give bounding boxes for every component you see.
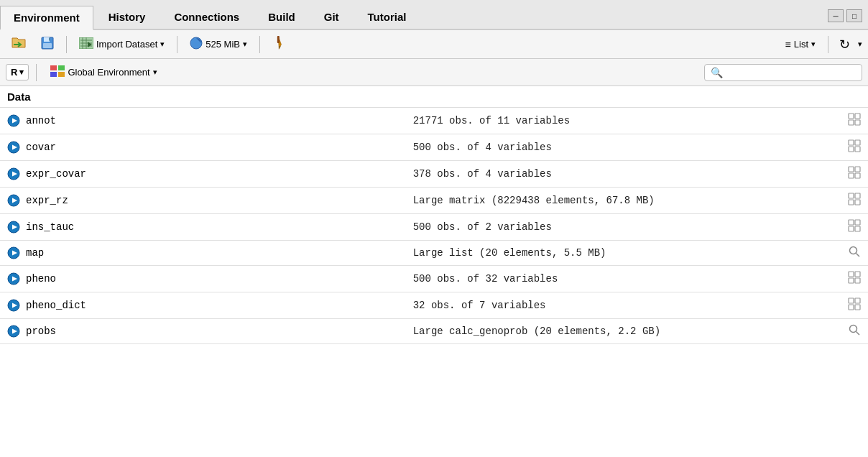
play-icon[interactable] — [7, 221, 20, 234]
grid-icon[interactable] — [848, 195, 861, 208]
memory-button[interactable]: 525 MiB ▾ — [185, 34, 252, 55]
play-icon[interactable] — [7, 272, 20, 285]
table-row: ins_tauc 500 obs. of 2 variables — [0, 214, 868, 241]
row-action-cell[interactable] — [841, 161, 868, 188]
svg-rect-45 — [849, 226, 854, 231]
svg-rect-16 — [58, 72, 65, 77]
svg-rect-32 — [855, 167, 860, 172]
svg-rect-27 — [849, 147, 854, 152]
memory-icon — [190, 37, 203, 52]
row-name-cell: ins_tauc — [0, 214, 406, 241]
grid-icon[interactable] — [848, 222, 861, 234]
svg-point-49 — [850, 247, 857, 254]
refresh-icon: ↻ — [839, 37, 850, 52]
table-row: probs Large calc_genoprob (20 elements, … — [0, 319, 868, 344]
svg-rect-56 — [855, 278, 860, 283]
list-button[interactable]: ≡ List ▾ — [779, 36, 822, 53]
import-dataset-button[interactable]: Import Dataset ▾ — [74, 34, 170, 54]
refresh-button[interactable]: ↻ — [834, 34, 855, 55]
play-icon[interactable] — [7, 325, 20, 338]
row-name: pheno — [26, 273, 56, 285]
open-button[interactable] — [6, 33, 32, 55]
tab-connections[interactable]: Connections — [160, 4, 253, 29]
env-icon — [50, 65, 65, 79]
row-name: map — [26, 247, 44, 259]
row-action-cell[interactable] — [841, 241, 868, 266]
play-icon[interactable] — [7, 141, 20, 154]
svg-rect-33 — [849, 173, 854, 178]
svg-rect-37 — [849, 193, 854, 198]
global-env-dropdown[interactable]: Global Environment ▾ — [44, 63, 163, 82]
table-row: expr_rz Large matrix (8229438 elements, … — [0, 188, 868, 214]
tab-bar: Environment History Connections Build Gi… — [0, 0, 868, 30]
grid-icon[interactable] — [848, 274, 861, 286]
row-name-cell: map — [0, 241, 406, 266]
search-small-icon[interactable] — [849, 326, 860, 338]
row-name-cell: covar — [0, 134, 406, 161]
row-name: covar — [26, 142, 56, 153]
row-action-cell[interactable] — [841, 319, 868, 344]
row-action-cell[interactable] — [841, 214, 868, 241]
svg-rect-59 — [849, 298, 854, 303]
env-label: Global Environment — [68, 67, 149, 78]
save-button[interactable] — [36, 34, 59, 55]
grid-icon[interactable] — [848, 300, 861, 313]
grid-icon[interactable] — [848, 169, 861, 181]
list-lines-icon: ≡ — [785, 39, 791, 50]
svg-rect-40 — [855, 200, 860, 205]
grid-icon[interactable] — [848, 116, 861, 128]
svg-rect-34 — [855, 173, 860, 178]
svg-rect-4 — [49, 37, 50, 40]
tab-environment[interactable]: Environment — [0, 6, 93, 30]
tab-tutorial[interactable]: Tutorial — [354, 4, 420, 29]
play-icon[interactable] — [7, 246, 20, 259]
svg-point-11 — [190, 37, 202, 49]
search-small-icon[interactable] — [849, 247, 860, 259]
grid-icon[interactable] — [848, 142, 861, 154]
row-action-cell[interactable] — [841, 292, 868, 319]
memory-arrow-icon: ▾ — [243, 40, 247, 49]
row-action-cell[interactable] — [841, 108, 868, 134]
separator-1 — [66, 36, 67, 53]
clear-button[interactable] — [267, 32, 292, 56]
table-row: map Large list (20 elements, 5.5 MB) — [0, 241, 868, 266]
maximize-button[interactable]: □ — [846, 9, 862, 22]
svg-rect-15 — [50, 72, 57, 77]
svg-rect-13 — [50, 65, 57, 70]
row-description: Large matrix (8229438 elements, 67.8 MB) — [406, 188, 841, 214]
tab-build[interactable]: Build — [254, 4, 309, 29]
toolbar: Import Dataset ▾ 525 MiB ▾ ≡ List ▾ — [0, 30, 868, 59]
table-row: annot 21771 obs. of 11 variables — [0, 108, 868, 134]
row-description: Large list (20 elements, 5.5 MB) — [406, 241, 841, 266]
import-arrow-icon: ▾ — [160, 40, 165, 49]
svg-rect-53 — [849, 272, 854, 277]
play-icon[interactable] — [7, 194, 20, 207]
row-description: 32 obs. of 7 variables — [406, 292, 841, 319]
search-input[interactable] — [726, 67, 856, 78]
row-description: Large calc_genoprob (20 elements, 2.2 GB… — [406, 319, 841, 344]
minimize-button[interactable]: ─ — [828, 9, 844, 22]
svg-rect-21 — [849, 120, 854, 125]
broom-icon — [269, 33, 290, 56]
list-label: List — [794, 39, 808, 50]
tab-git[interactable]: Git — [310, 4, 353, 29]
tab-history[interactable]: History — [95, 4, 160, 29]
svg-rect-60 — [855, 298, 860, 303]
maximize-icon: □ — [852, 12, 857, 20]
row-action-cell[interactable] — [841, 266, 868, 292]
svg-rect-2 — [44, 37, 50, 42]
row-name-cell: pheno_dict — [0, 292, 406, 319]
row-action-cell[interactable] — [841, 134, 868, 161]
separator-2 — [177, 36, 177, 53]
row-action-cell[interactable] — [841, 188, 868, 214]
row-description: 500 obs. of 2 variables — [406, 214, 841, 241]
svg-rect-28 — [855, 147, 860, 152]
play-icon[interactable] — [7, 167, 20, 180]
section-header: Data — [0, 86, 868, 108]
search-box[interactable]: 🔍 — [704, 64, 862, 81]
svg-line-50 — [857, 254, 860, 257]
play-icon[interactable] — [7, 114, 20, 127]
row-name-cell: probs — [0, 319, 406, 344]
play-icon[interactable] — [7, 299, 20, 312]
r-dropdown[interactable]: R ▾ — [6, 64, 29, 80]
